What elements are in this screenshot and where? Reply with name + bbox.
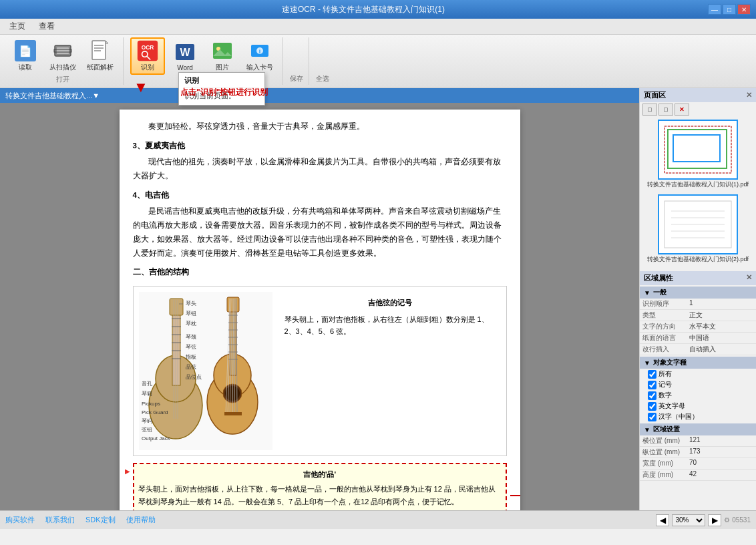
buy-link[interactable]: 购买软件 [5,515,35,525]
svg-rect-5 [94,45,104,46]
svg-text:弦钮: 弦钮 [142,427,152,433]
menu-view[interactable]: 查看 [32,19,61,33]
char-symbol: 记号 [640,379,756,390]
page-text: 奏更加轻松。琴弦穿透力强，音量大于古典琴，金属感厚重。 3、夏威夷吉他 现代吉他… [120,110,520,510]
props-section-region[interactable]: ▼ 区域设置 [640,423,756,435]
char-chinese: 汉字（中国） [640,411,756,422]
thumb-btn-2[interactable]: □ [658,104,673,116]
paper-label: 纸面解析 [87,63,114,72]
char-alpha-cb[interactable] [648,402,656,411]
guitar-diagram: 琴头 琴钮 琴枕 琴颈 琴弦 指板 品弦 品位点 [139,292,272,450]
props-rows: 识别顺序 1 类型 正文 文字的方向 水平本文 纸面的语言 中国语 改行插入 [640,299,756,355]
thumbnail-img-1 [658,120,738,180]
sdk-link[interactable]: SDK定制 [85,515,116,525]
read-label: 读取 [19,63,32,72]
selection-marker: ▶ [125,466,130,478]
selection-region: ▶ 吉他的'品' 琴头朝上，面对吉他指板，从上往下数，每一格就是一品，一般的吉他… [133,463,507,510]
zoombar: 购买软件 联系我们 SDK定制 使用帮助 ◀ 30% 50% 75% 100% … [0,510,756,529]
toolbar-open-items: 📄 读取 从扫描仪 [8,37,118,75]
props-section-general[interactable]: ▼ 一般 [640,287,756,299]
scan-label: 从扫描仪 [49,63,76,72]
toolbar-group-save: 保存 [285,37,309,85]
selection-box: 吉他的'品' 琴头朝上，面对吉他指板，从上往下数，每一格就是一品，一般的吉他从琴… [133,463,507,510]
char-symbol-cb[interactable] [648,381,656,389]
scan-button[interactable]: 从扫描仪 [45,37,80,75]
char-chinese-cb[interactable] [648,413,656,421]
close-button[interactable]: ✕ [737,4,751,15]
thumb-btn-1[interactable]: □ [642,104,657,116]
minimize-button[interactable]: — [708,4,721,15]
props-title: 区域属性 [644,273,673,283]
zoom-out-button[interactable]: ◀ [656,514,669,526]
word-label: Word [177,64,193,71]
image-button[interactable]: 图片 [205,37,240,75]
svg-text:i: i [259,48,261,55]
status-links: 购买软件 联系我们 SDK定制 使用帮助 [5,515,653,525]
maximize-button[interactable]: □ [723,4,736,15]
contact-link[interactable]: 联系我们 [45,515,75,525]
paper-button[interactable]: 纸面解析 [83,37,118,75]
svg-text:OCR: OCR [142,44,154,51]
char-number-cb[interactable] [648,391,656,400]
svg-rect-7 [94,50,101,51]
svg-text:指板: 指板 [185,354,196,360]
svg-text:琴箱: 琴箱 [142,391,152,397]
page-area-close[interactable]: ✕ [746,91,752,100]
titlebar: 速速OCR - 转换文件吉他基础教程入门知识(1) — □ ✕ [0,0,756,19]
thumbnail-toolbar: □ □ ✕ [640,102,756,117]
popup-item[interactable]: 识别当前页面。 [184,89,259,102]
identify-popup: 识别 识别当前页面。 [178,72,265,106]
props-row-type: 类型 正文 [640,310,756,321]
props-panel: 区域属性 ✕ ▼ 一般 识别顺序 1 类型 正文 文字的方向 水平本文 [640,271,756,510]
svg-text:琴颈: 琴颈 [186,334,196,340]
props-row-order: 识别顺序 1 [640,299,756,310]
image-icon [212,40,233,61]
ocr-identify-button[interactable]: OCR 识别 [130,37,165,75]
save-group-label: 保存 [290,74,303,85]
toolbar-identify-items: OCR 识别 W Word [130,37,277,75]
page-area-header: 页面区 ✕ [640,88,756,102]
section2-title: 二、吉他的结构 [133,265,507,279]
read-button[interactable]: 📄 读取 [8,37,43,75]
word-icon: W [174,41,196,63]
card-label: 输入卡号 [246,63,273,72]
doc-title: 转换文件吉他基础教程入... [5,91,92,101]
word-button[interactable]: W Word [168,37,202,75]
thumb-btn-delete[interactable]: ✕ [675,104,689,116]
zoom-select[interactable]: 30% 50% 75% 100% [672,514,705,526]
guitar-svg: 琴头 琴钮 琴枕 琴颈 琴弦 指板 品弦 品位点 [139,292,272,445]
card-button[interactable]: i 输入卡号 [242,37,277,75]
zoom-in-button[interactable]: ▶ [708,514,721,526]
svg-text:音孔: 音孔 [142,381,152,387]
open-group-label: 打开 [56,75,69,85]
props-section-chars[interactable]: ▼ 对象文字種 [640,357,756,369]
menu-home[interactable]: 主页 [3,19,32,33]
thumbnail-1[interactable]: 转换文件吉他基础教程入门知识(1).pdf [642,120,753,189]
help-link[interactable]: 使用帮助 [126,515,156,525]
props-row-direction: 文字的方向 水平本文 [640,321,756,333]
section3-text: 现代吉他的祖先，演奏时平放，以金属滑棒和金属拨片为工具。自带很小的共鸣箱，声音必… [133,155,507,182]
thumbnail-img-2 [658,194,738,254]
doc-content: 奏更加轻松。琴弦穿透力强，音量大于古典琴，金属感厚重。 3、夏威夷吉他 现代吉他… [0,103,639,510]
selection-text: 琴头朝上，面对吉他指板，从上往下数，每一格就是一品，一般的吉他从琴枕到琴身为止有… [138,483,502,508]
menubar: 主页 查看 [0,19,756,35]
ocr-label: 识别 [141,63,154,72]
svg-text:Output Jack: Output Jack [142,435,171,441]
region-h: 高度 (mm) 42 [640,470,756,481]
section3-title: 3、夏威夷吉他 [133,139,507,153]
svg-text:琴弦: 琴弦 [186,344,196,350]
selection-annotation-container: 选框中是需要识别的文字 [510,490,520,503]
char-all-cb[interactable] [648,370,656,379]
thumbnail-2[interactable]: 转换文件吉他基础教程入门知识(2).pdf [642,194,753,264]
image-label: 图片 [216,63,229,72]
region-props: 横位置 (mm) 121 纵位置 (mm) 173 宽度 (mm) 70 高度 … [640,435,756,481]
doc-header-arrow[interactable]: ▼ [92,92,100,100]
intro-text: 奏更加轻松。琴弦穿透力强，音量大于古典琴，金属感厚重。 [133,120,507,134]
toolbar-group-identify: OCR 识别 W Word [125,37,283,85]
svg-text:品位点: 品位点 [186,374,202,380]
toolbar: 📄 读取 从扫描仪 [0,35,756,88]
section4-title: 4、电吉他 [133,188,507,202]
props-close[interactable]: ✕ [746,273,752,283]
right-panel: 页面区 ✕ □ □ ✕ 转换文件吉他基础教程入门知识 [639,88,756,510]
guitar-notes-title: 吉他弦的记号 [285,297,496,309]
